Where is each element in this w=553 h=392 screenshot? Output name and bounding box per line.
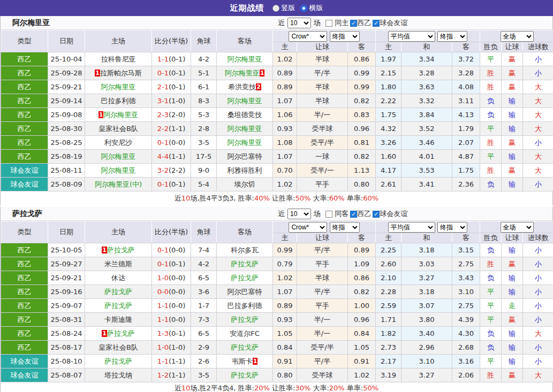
away-team-link[interactable]: 科尔多瓦 xyxy=(231,246,259,254)
match-type-badge: 西乙 xyxy=(1,94,48,108)
average-odds-select[interactable]: 平均值 xyxy=(388,222,435,233)
home-team-link[interactable]: 萨拉戈萨 xyxy=(104,288,132,296)
cell-score[interactable]: 0-1(0-0) xyxy=(152,136,191,150)
cell-score[interactable]: 1-1(0-0) xyxy=(152,299,191,313)
cell-score[interactable]: 2-1(0-1) xyxy=(152,80,191,94)
cell-corner: 3-5 xyxy=(191,136,217,150)
radio-icon[interactable] xyxy=(272,5,279,12)
near-count-select[interactable]: 10 xyxy=(287,18,311,28)
home-team-link[interactable]: 拉科鲁尼亚 xyxy=(101,55,136,63)
cell-score[interactable]: 4-4(1-1) xyxy=(152,150,191,164)
crown-odds-select[interactable]: Crow* xyxy=(289,31,327,42)
fullmatch-select[interactable]: 全场 xyxy=(501,222,534,233)
cell-score[interactable]: 1-1(1-1) xyxy=(152,355,191,368)
home-team-link[interactable]: 巴拉多利德 xyxy=(101,97,136,105)
cell-score[interactable]: 1-2(1-1) xyxy=(152,368,191,382)
home-team-link[interactable]: 阿尔梅里亚 xyxy=(103,111,138,119)
match-type-badge: 西乙 xyxy=(1,122,48,136)
home-team-link[interactable]: 萨拉戈萨 xyxy=(107,246,135,254)
away-team-link[interactable]: 萨拉戈萨 xyxy=(231,343,259,351)
checkbox-icon[interactable] xyxy=(350,211,357,218)
cell-score[interactable]: 2-3(2-0) xyxy=(152,108,191,122)
away-team-link[interactable]: 安道尔FC xyxy=(230,329,260,337)
away-team-link[interactable]: 阿尔巴塞特 xyxy=(228,288,262,296)
checkbox-friendly[interactable]: 球会友谊 xyxy=(373,18,407,28)
home-team-link[interactable]: 米兰德斯 xyxy=(104,260,132,268)
layout-vertical-radio[interactable]: 竖版 xyxy=(272,3,296,13)
cell-score[interactable]: 1-3(0-1) xyxy=(152,327,191,341)
away-team-link[interactable]: 阿尔梅里亚 xyxy=(228,97,262,105)
away-team-link[interactable]: 阿尔梅里亚 xyxy=(225,69,260,77)
cell-result-handicap: 输 xyxy=(502,108,523,122)
cell-result-wdl: 胜 xyxy=(480,368,502,382)
home-team-link[interactable]: 拉斯帕尔马斯 xyxy=(100,69,142,77)
footer-stat-text: 50% xyxy=(295,194,310,202)
away-team-link[interactable]: 希洪竞技 xyxy=(228,83,256,91)
checkbox-league[interactable]: 西乙 xyxy=(350,18,371,28)
away-team-link[interactable]: 巴拉多利德 xyxy=(228,302,262,310)
home-team-link[interactable]: 阿尔梅里亚 xyxy=(101,166,136,174)
checkbox-icon[interactable] xyxy=(325,20,332,27)
home-team-link[interactable]: 萨拉戈萨 xyxy=(104,357,132,365)
cell-date: 25-08-24 xyxy=(48,327,85,341)
cell-score[interactable]: 1-0(1-0) xyxy=(152,341,191,355)
away-team-link[interactable]: 阿尔巴塞特 xyxy=(228,152,262,160)
away-team-link[interactable]: 埃尔切 xyxy=(234,180,255,188)
checkbox-icon[interactable] xyxy=(373,211,380,218)
crown-final-select[interactable]: 终指 xyxy=(330,31,360,42)
home-team-link[interactable]: 阿尔梅里亚 xyxy=(101,83,136,91)
checkbox-icon[interactable] xyxy=(325,211,332,218)
checkbox-icon[interactable] xyxy=(373,20,380,27)
col-header-away: 客场 xyxy=(217,221,273,243)
home-team-link[interactable]: 皇家社会B队 xyxy=(99,125,138,133)
checkbox-same-venue[interactable]: 同客 xyxy=(325,213,349,215)
cell-score[interactable]: 3-2(2-2) xyxy=(152,164,191,178)
cell-score[interactable]: 1-1(0-0) xyxy=(152,313,191,327)
away-team-link[interactable]: 利雅得胜利 xyxy=(228,166,262,174)
footer-stat-text: 20% xyxy=(329,384,345,392)
checkbox-friendly[interactable]: 球会友谊 xyxy=(373,209,407,219)
away-team-link[interactable]: 萨拉戈萨 xyxy=(231,274,259,282)
cell-score[interactable]: 1-0(0-0) xyxy=(152,271,191,285)
crown-final-select[interactable]: 终指 xyxy=(330,222,360,233)
home-team-link[interactable]: 卡斯迪隆 xyxy=(104,316,132,324)
home-team-link[interactable]: 阿尔梅里亚 xyxy=(101,152,136,160)
cell-score[interactable]: 0-1(0-1) xyxy=(152,178,191,191)
home-team-link[interactable]: 阿尔梅里亚(中) xyxy=(95,180,142,188)
cell-score[interactable]: 3-1(1-0) xyxy=(152,94,191,108)
home-team-link[interactable]: 萨拉戈萨 xyxy=(104,302,132,310)
average-odds-select[interactable]: 平均值 xyxy=(388,31,435,42)
cell-score[interactable]: 2-2(1-1) xyxy=(152,122,191,136)
away-team-link[interactable]: 韦斯卡 xyxy=(232,357,253,365)
home-team-link[interactable]: 皇家社会B队 xyxy=(99,343,138,351)
away-team-link[interactable]: 阿尔梅里亚 xyxy=(228,55,262,63)
cell-score[interactable]: 0-1(0-1) xyxy=(152,66,191,80)
cell-result-goals: 小 xyxy=(523,178,553,191)
away-team-link[interactable]: 萨拉戈萨 xyxy=(231,260,259,268)
away-team-link[interactable]: 阿尔梅里亚 xyxy=(228,125,262,133)
checkbox-league[interactable]: 西乙 xyxy=(350,209,371,219)
cell-score[interactable]: 0-1(0-0) xyxy=(152,243,191,257)
home-team-link[interactable]: 利安尼沙 xyxy=(104,139,132,147)
cell-crown-handicap: 受平/半 xyxy=(297,341,348,355)
matches-table: 类型 日期 主场 比分(半场) 角球 客场 Crow* 终指 平均值 终指 全场 xyxy=(1,221,553,382)
layout-horizontal-radio[interactable]: 横版 xyxy=(300,3,323,13)
home-team-link[interactable]: 萨拉戈萨 xyxy=(107,329,135,337)
checkbox-icon[interactable] xyxy=(350,20,357,27)
near-count-select[interactable]: 10 xyxy=(287,209,311,219)
cell-score[interactable]: 1-1(0-1) xyxy=(152,52,191,66)
home-team-link[interactable]: 塔拉戈纳 xyxy=(104,371,132,379)
away-team-link[interactable]: 萨拉戈萨 xyxy=(231,316,259,324)
cell-score[interactable]: 0-0(0-0) xyxy=(152,285,191,299)
fullmatch-select[interactable]: 全场 xyxy=(501,31,534,42)
average-final-select[interactable]: 终指 xyxy=(437,222,467,233)
away-team-link[interactable]: 阿尔梅里亚 xyxy=(228,139,262,147)
home-team-link[interactable]: 休达 xyxy=(111,274,125,282)
away-team-link[interactable]: 桑坦德竞技 xyxy=(228,111,262,119)
radio-icon[interactable] xyxy=(300,5,307,12)
checkbox-same-venue[interactable]: 同主 xyxy=(325,22,349,24)
away-team-link[interactable]: 萨拉戈萨 xyxy=(231,371,259,379)
crown-odds-select[interactable]: Crow* xyxy=(289,222,327,233)
average-final-select[interactable]: 终指 xyxy=(437,31,467,42)
cell-score[interactable]: 0-1(0-1) xyxy=(152,257,191,271)
